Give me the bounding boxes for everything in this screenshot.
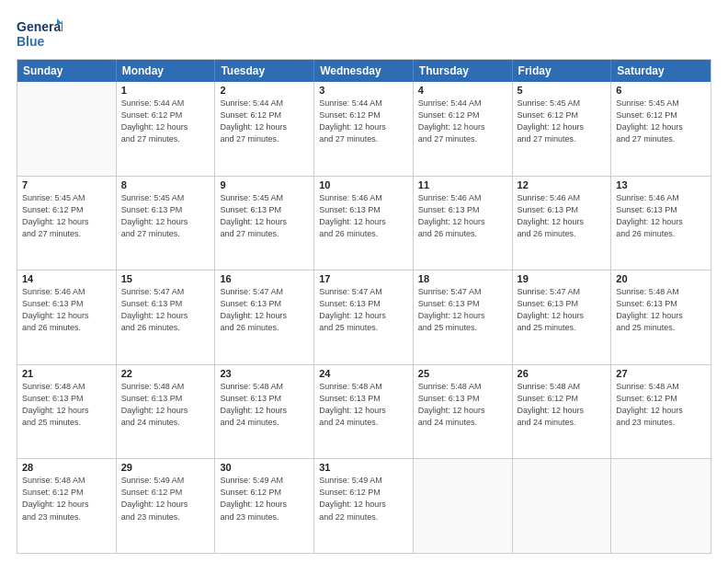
calendar-header-cell: Monday	[117, 60, 216, 82]
calendar-header-cell: Wednesday	[314, 60, 414, 82]
day-info: Sunrise: 5:47 AMSunset: 6:13 PMDaylight:…	[121, 286, 210, 334]
calendar-header-cell: Thursday	[414, 60, 513, 82]
day-info: Sunrise: 5:48 AMSunset: 6:12 PMDaylight:…	[616, 381, 706, 429]
day-info: Sunrise: 5:46 AMSunset: 6:13 PMDaylight:…	[22, 286, 111, 334]
day-number: 23	[220, 368, 309, 379]
day-number: 27	[616, 368, 706, 379]
day-number: 14	[22, 273, 111, 284]
calendar-cell: 21Sunrise: 5:48 AMSunset: 6:13 PMDayligh…	[17, 365, 117, 459]
calendar-cell	[611, 459, 711, 553]
calendar-cell: 4Sunrise: 5:44 AMSunset: 6:12 PMDaylight…	[414, 82, 513, 176]
calendar-cell: 17Sunrise: 5:47 AMSunset: 6:13 PMDayligh…	[314, 270, 414, 364]
day-number: 7	[22, 179, 111, 190]
calendar-week: 28Sunrise: 5:48 AMSunset: 6:12 PMDayligh…	[17, 459, 711, 553]
calendar-week: 14Sunrise: 5:46 AMSunset: 6:13 PMDayligh…	[17, 270, 711, 365]
day-info: Sunrise: 5:46 AMSunset: 6:13 PMDaylight:…	[319, 192, 408, 240]
calendar-cell: 9Sunrise: 5:45 AMSunset: 6:13 PMDaylight…	[215, 177, 314, 270]
calendar-cell: 5Sunrise: 5:45 AMSunset: 6:12 PMDaylight…	[513, 82, 612, 176]
day-info: Sunrise: 5:45 AMSunset: 6:13 PMDaylight:…	[220, 192, 309, 240]
calendar-cell: 13Sunrise: 5:46 AMSunset: 6:13 PMDayligh…	[611, 177, 711, 270]
day-number: 16	[220, 273, 309, 284]
logo: General Blue	[17, 17, 63, 50]
day-number: 26	[518, 368, 607, 379]
day-number: 9	[220, 179, 309, 190]
day-number: 21	[22, 368, 111, 379]
day-number: 13	[616, 179, 706, 190]
day-info: Sunrise: 5:47 AMSunset: 6:13 PMDaylight:…	[220, 286, 309, 334]
header: General Blue	[17, 17, 711, 50]
day-info: Sunrise: 5:47 AMSunset: 6:13 PMDaylight:…	[518, 286, 607, 334]
calendar-header: SundayMondayTuesdayWednesdayThursdayFrid…	[17, 60, 711, 82]
day-number: 25	[418, 368, 507, 379]
calendar-cell: 30Sunrise: 5:49 AMSunset: 6:12 PMDayligh…	[215, 459, 314, 553]
calendar: SundayMondayTuesdayWednesdayThursdayFrid…	[17, 59, 711, 554]
day-number: 12	[518, 179, 607, 190]
day-info: Sunrise: 5:48 AMSunset: 6:13 PMDaylight:…	[319, 381, 408, 429]
day-info: Sunrise: 5:44 AMSunset: 6:12 PMDaylight:…	[220, 98, 309, 145]
calendar-week: 7Sunrise: 5:45 AMSunset: 6:12 PMDaylight…	[17, 177, 711, 271]
day-info: Sunrise: 5:49 AMSunset: 6:12 PMDaylight:…	[121, 475, 210, 523]
day-info: Sunrise: 5:48 AMSunset: 6:12 PMDaylight:…	[22, 475, 111, 523]
day-number: 4	[418, 85, 507, 96]
day-number: 28	[22, 462, 111, 473]
calendar-header-cell: Friday	[513, 60, 612, 82]
day-number: 30	[220, 462, 309, 473]
day-number: 22	[121, 368, 210, 379]
svg-text:Blue: Blue	[17, 34, 45, 49]
calendar-cell	[17, 82, 117, 176]
day-info: Sunrise: 5:46 AMSunset: 6:13 PMDaylight:…	[418, 192, 507, 240]
logo-svg: General Blue	[17, 17, 63, 50]
day-info: Sunrise: 5:45 AMSunset: 6:12 PMDaylight:…	[616, 98, 706, 145]
calendar-cell: 7Sunrise: 5:45 AMSunset: 6:12 PMDaylight…	[17, 177, 117, 270]
calendar-cell: 3Sunrise: 5:44 AMSunset: 6:12 PMDaylight…	[314, 82, 414, 176]
calendar-cell: 19Sunrise: 5:47 AMSunset: 6:13 PMDayligh…	[513, 270, 612, 364]
day-number: 5	[518, 85, 607, 96]
calendar-header-cell: Tuesday	[215, 60, 314, 82]
day-number: 1	[121, 85, 210, 96]
day-info: Sunrise: 5:48 AMSunset: 6:13 PMDaylight:…	[22, 381, 111, 429]
day-info: Sunrise: 5:48 AMSunset: 6:13 PMDaylight:…	[121, 381, 210, 429]
day-info: Sunrise: 5:47 AMSunset: 6:13 PMDaylight:…	[418, 286, 507, 334]
calendar-header-cell: Saturday	[611, 60, 711, 82]
day-number: 15	[121, 273, 210, 284]
day-number: 18	[418, 273, 507, 284]
calendar-cell: 29Sunrise: 5:49 AMSunset: 6:12 PMDayligh…	[117, 459, 216, 553]
day-info: Sunrise: 5:46 AMSunset: 6:13 PMDaylight:…	[518, 192, 607, 240]
calendar-cell: 10Sunrise: 5:46 AMSunset: 6:13 PMDayligh…	[314, 177, 414, 270]
day-info: Sunrise: 5:45 AMSunset: 6:13 PMDaylight:…	[121, 192, 210, 240]
calendar-week: 1Sunrise: 5:44 AMSunset: 6:12 PMDaylight…	[17, 82, 711, 177]
day-info: Sunrise: 5:48 AMSunset: 6:13 PMDaylight:…	[220, 381, 309, 429]
calendar-cell: 27Sunrise: 5:48 AMSunset: 6:12 PMDayligh…	[611, 365, 711, 459]
calendar-week: 21Sunrise: 5:48 AMSunset: 6:13 PMDayligh…	[17, 365, 711, 460]
day-number: 24	[319, 368, 408, 379]
calendar-cell: 31Sunrise: 5:49 AMSunset: 6:12 PMDayligh…	[314, 459, 414, 553]
calendar-header-cell: Sunday	[17, 60, 117, 82]
day-info: Sunrise: 5:46 AMSunset: 6:13 PMDaylight:…	[616, 192, 706, 240]
day-number: 6	[616, 85, 706, 96]
calendar-cell: 20Sunrise: 5:48 AMSunset: 6:13 PMDayligh…	[611, 270, 711, 364]
calendar-cell: 22Sunrise: 5:48 AMSunset: 6:13 PMDayligh…	[117, 365, 216, 459]
day-info: Sunrise: 5:48 AMSunset: 6:13 PMDaylight:…	[418, 381, 507, 429]
day-info: Sunrise: 5:48 AMSunset: 6:13 PMDaylight:…	[616, 286, 706, 334]
day-info: Sunrise: 5:49 AMSunset: 6:12 PMDaylight:…	[220, 475, 309, 523]
calendar-cell: 1Sunrise: 5:44 AMSunset: 6:12 PMDaylight…	[117, 82, 216, 176]
calendar-cell: 25Sunrise: 5:48 AMSunset: 6:13 PMDayligh…	[414, 365, 513, 459]
calendar-body: 1Sunrise: 5:44 AMSunset: 6:12 PMDaylight…	[17, 82, 711, 553]
calendar-cell: 18Sunrise: 5:47 AMSunset: 6:13 PMDayligh…	[414, 270, 513, 364]
day-info: Sunrise: 5:48 AMSunset: 6:12 PMDaylight:…	[518, 381, 607, 429]
day-number: 17	[319, 273, 408, 284]
calendar-cell: 16Sunrise: 5:47 AMSunset: 6:13 PMDayligh…	[215, 270, 314, 364]
day-info: Sunrise: 5:45 AMSunset: 6:12 PMDaylight:…	[22, 192, 111, 240]
day-info: Sunrise: 5:44 AMSunset: 6:12 PMDaylight:…	[121, 98, 210, 145]
day-info: Sunrise: 5:44 AMSunset: 6:12 PMDaylight:…	[418, 98, 507, 145]
day-info: Sunrise: 5:49 AMSunset: 6:12 PMDaylight:…	[319, 475, 408, 523]
day-info: Sunrise: 5:47 AMSunset: 6:13 PMDaylight:…	[319, 286, 408, 334]
calendar-cell	[513, 459, 612, 553]
day-number: 2	[220, 85, 309, 96]
day-number: 20	[616, 273, 706, 284]
day-number: 29	[121, 462, 210, 473]
calendar-cell: 11Sunrise: 5:46 AMSunset: 6:13 PMDayligh…	[414, 177, 513, 270]
day-info: Sunrise: 5:44 AMSunset: 6:12 PMDaylight:…	[319, 98, 408, 145]
day-number: 3	[319, 85, 408, 96]
calendar-cell: 24Sunrise: 5:48 AMSunset: 6:13 PMDayligh…	[314, 365, 414, 459]
